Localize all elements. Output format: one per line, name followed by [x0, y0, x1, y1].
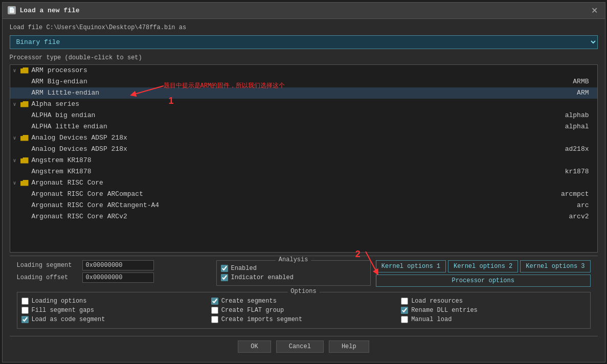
kernel-options-3-button[interactable]: Kernel options 3: [520, 260, 590, 272]
tree-row[interactable]: Argonaut RISC Core ARCompactarcmpct: [10, 189, 597, 200]
option-row: Create imports segment: [211, 316, 396, 323]
tree-row[interactable]: ∨Angstrem KR1878: [10, 155, 597, 166]
option-label: Manual load: [411, 316, 452, 323]
segment-value[interactable]: [82, 260, 154, 270]
indicator-label: Indicator enabled: [231, 274, 294, 281]
leaf-id: alphab: [565, 111, 594, 119]
option-checkbox[interactable]: [21, 298, 29, 305]
help-button[interactable]: Help: [329, 340, 369, 353]
tree-row[interactable]: Argonaut RISC Core ARCv2arcv2: [10, 211, 597, 222]
title-bar-left: 📄 Load a new file: [8, 6, 80, 14]
tree-row[interactable]: Angstrem KR1878kr1878: [10, 166, 597, 177]
leaf-name: Argonaut RISC Core ARCtangent-A4: [32, 201, 577, 209]
expand-icon: ∨: [13, 180, 20, 186]
enabled-label: Enabled: [231, 265, 257, 272]
tree-row[interactable]: Argonaut RISC Core ARCtangent-A4arc: [10, 200, 597, 211]
option-row: Loading options: [21, 298, 206, 305]
tree-row[interactable]: ALPHA big endianalphab: [10, 110, 597, 121]
option-row: Load as code segment: [21, 316, 206, 323]
folder-icon: [20, 101, 29, 107]
leaf-name: Argonaut RISC Core ARCompact: [32, 190, 561, 198]
option-checkbox[interactable]: [21, 316, 29, 323]
cancel-button[interactable]: Cancel: [276, 340, 324, 353]
leaf-id: kr1878: [565, 168, 594, 175]
options-col-3: Load resources Rename DLL entries Manual…: [401, 295, 586, 325]
option-row: Create FLAT group: [211, 307, 396, 314]
leaf-id: alphal: [565, 123, 594, 130]
leaf-id: ARM: [577, 89, 594, 97]
load-file-dialog: 📄 Load a new file ✕ Load file C:\Users\E…: [2, 2, 605, 362]
category-name: Analog Devices ADSP 218x: [32, 134, 594, 142]
options-col-1: Loading options Fill segment gaps Load a…: [21, 295, 206, 325]
kernel-buttons-col: Kernel options 1 Kernel options 2 Kernel…: [376, 260, 591, 287]
category-name: Argonaut RISC Core: [32, 179, 594, 187]
option-checkbox[interactable]: [211, 298, 218, 305]
segment-row: Loading segment: [17, 260, 211, 270]
option-row: Manual load: [401, 316, 586, 323]
file-label: Load file C:\Users\Equinox\Desktop\478ff…: [10, 24, 598, 31]
kernel-options-2-button[interactable]: Kernel options 2: [448, 260, 518, 272]
options-title: Options: [287, 288, 319, 295]
file-type-select[interactable]: Binary file: [10, 35, 598, 49]
processor-tree[interactable]: ∨ARM processorsARM Big-endianARMBARM Lit…: [10, 64, 598, 253]
tree-row[interactable]: ∨Alpha series: [10, 99, 597, 110]
dialog-footer: OK Cancel Help: [10, 336, 598, 357]
option-checkbox[interactable]: [211, 307, 218, 314]
folder-icon: [20, 67, 29, 74]
option-row: Create segments: [211, 298, 396, 305]
analysis-title: Analysis: [276, 256, 311, 263]
option-checkbox[interactable]: [211, 316, 218, 323]
tree-row[interactable]: ∨Analog Devices ADSP 218x: [10, 132, 597, 144]
kernel-options-1-button[interactable]: Kernel options 1: [376, 260, 446, 272]
category-name: Alpha series: [32, 100, 594, 108]
category-name: Angstrem KR1878: [32, 156, 594, 164]
option-label: Create segments: [221, 298, 277, 305]
title-bar: 📄 Load a new file ✕: [3, 3, 605, 19]
expand-icon: ∨: [13, 157, 20, 164]
leaf-id: arc: [577, 201, 594, 209]
tree-row[interactable]: ARM Little-endianARM: [10, 87, 597, 99]
bottom-panel: Loading segment Loading offset Analysis …: [10, 256, 598, 333]
leaf-name: Angstrem KR1878: [32, 168, 565, 175]
offset-label: Loading offset: [17, 274, 78, 281]
dialog-title: Load a new file: [20, 7, 80, 14]
option-label: Load as code segment: [32, 316, 105, 323]
indicator-row: Indicator enabled: [221, 274, 366, 281]
offset-value[interactable]: [82, 272, 154, 283]
option-label: Loading options: [32, 298, 87, 305]
indicator-checkbox[interactable]: [221, 274, 228, 281]
close-button[interactable]: ✕: [589, 6, 600, 15]
processor-label: Processor type (double-click to set): [10, 54, 598, 61]
leaf-id: ad218x: [565, 145, 594, 153]
bottom-row-1: Loading segment Loading offset Analysis …: [17, 260, 591, 287]
option-label: Create FLAT group: [221, 307, 284, 314]
leaf-name: ARM Little-endian: [32, 89, 577, 97]
folder-icon: [20, 135, 29, 141]
option-checkbox[interactable]: [401, 316, 408, 323]
category-name: ARM processors: [32, 66, 594, 74]
proc-options-container: Processor options 2: [376, 275, 591, 287]
tree-row[interactable]: ∨ARM processors: [10, 65, 597, 76]
folder-icon: [20, 180, 29, 186]
option-row: Load resources: [401, 298, 586, 305]
option-checkbox[interactable]: [401, 307, 408, 314]
loading-fields: Loading segment Loading offset: [17, 260, 211, 283]
processor-options-button[interactable]: Processor options: [376, 275, 591, 287]
leaf-id: arcv2: [569, 213, 594, 220]
kernel-row: Kernel options 1 Kernel options 2 Kernel…: [376, 260, 591, 272]
folder-icon: [20, 157, 29, 164]
option-checkbox[interactable]: [21, 307, 29, 314]
tree-row[interactable]: ARM Big-endianARMB: [10, 76, 597, 87]
expand-icon: ∨: [13, 101, 20, 107]
tree-row[interactable]: Analog Devices ADSP 218xad218x: [10, 144, 597, 155]
leaf-id: ARMB: [573, 78, 594, 85]
enabled-checkbox[interactable]: [221, 265, 228, 272]
option-checkbox[interactable]: [401, 298, 408, 305]
offset-row: Loading offset: [17, 272, 211, 283]
analysis-section: Analysis Enabled Indicator enabled: [216, 260, 371, 286]
leaf-id: arcmpct: [561, 190, 594, 198]
leaf-name: ARM Big-endian: [32, 78, 573, 85]
tree-row[interactable]: ∨Argonaut RISC Core: [10, 177, 597, 189]
tree-row[interactable]: ALPHA little endianalphal: [10, 121, 597, 132]
ok-button[interactable]: OK: [238, 340, 271, 353]
